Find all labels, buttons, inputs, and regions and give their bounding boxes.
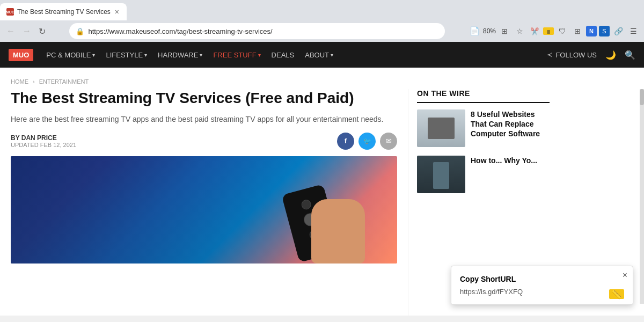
sidebar-article-2-title[interactable]: How to... Why Yo...: [471, 156, 537, 165]
refresh-button[interactable]: ↻: [36, 24, 48, 39]
breadcrumb-home[interactable]: HOME: [11, 78, 28, 85]
n-icon[interactable]: N: [586, 26, 597, 36]
nav-item-free-stuff[interactable]: FREE STUFF ▾: [213, 51, 260, 59]
twitter-share-button[interactable]: 🐦: [358, 133, 376, 150]
main-nav: PC & MOBILE ▾ LIFESTYLE ▾ HARDWARE ▾ FRE…: [46, 51, 534, 59]
site-logo[interactable]: MUO: [9, 49, 33, 61]
scrollbar-thumb: [640, 89, 644, 105]
sidebar-article-1[interactable]: 8 Useful Websites That Can Replace Compu…: [417, 109, 550, 147]
author: BY DAN PRICE: [11, 134, 76, 142]
scrollbar[interactable]: [640, 89, 644, 304]
shield-icon[interactable]: 🛡: [556, 25, 569, 38]
page-wrapper: MUO PC & MOBILE ▾ LIFESTYLE ▾ HARDWARE ▾…: [0, 42, 644, 316]
address-bar: ← → ↻ 🔒 https://www.makeuseof.com/tag/be…: [0, 20, 644, 42]
follow-us[interactable]: ≺ FOLLOW US: [547, 51, 597, 59]
sidebar-heading: ON THE WIRE: [417, 89, 550, 103]
active-tab[interactable]: MUO The Best Streaming TV Services ×: [0, 3, 127, 20]
tooltip-close-button[interactable]: ×: [623, 270, 627, 280]
extensions-icon[interactable]: ⊞: [498, 25, 511, 38]
sidebar-article-1-text: 8 Useful Websites That Can Replace Compu…: [471, 109, 550, 147]
sidebar-article-2-text: How to... Why Yo...: [471, 156, 537, 193]
facebook-share-button[interactable]: f: [337, 133, 354, 150]
breadcrumb: HOME › ENTERTAINMENT: [0, 72, 644, 89]
tooltip-url[interactable]: https://is.gd/fFYXFQ: [460, 288, 624, 296]
article-title: The Best Streaming TV Services (Free and…: [11, 89, 397, 107]
share-icon: ≺: [547, 51, 552, 58]
breadcrumb-separator: ›: [33, 78, 35, 85]
tooltip-title: Copy ShortURL: [460, 275, 624, 283]
nav-item-pc-mobile[interactable]: PC & MOBILE ▾: [46, 51, 95, 59]
tab-close-button[interactable]: ×: [114, 8, 120, 16]
search-toggle[interactable]: 🔍: [625, 50, 635, 60]
sidebar-article-1-image: [417, 109, 465, 147]
nav-item-lifestyle[interactable]: LIFESTYLE ▾: [106, 51, 147, 59]
header-right: ≺ FOLLOW US 🌙 🔍: [547, 50, 635, 60]
article-subtitle: Here are the best free streaming TV apps…: [11, 114, 397, 125]
security-icon: 🔒: [76, 27, 84, 35]
sidebar-article-2-image: [417, 156, 465, 193]
link-icon[interactable]: 🔗: [612, 25, 625, 38]
browser-window: MUO The Best Streaming TV Services × ← →…: [0, 0, 644, 42]
apps-grid-icon[interactable]: ⊞: [571, 25, 584, 38]
tab-title: The Best Streaming TV Services: [17, 8, 111, 16]
hero-image: [11, 156, 397, 264]
menu-icon[interactable]: ☰: [627, 25, 640, 38]
tooltip-popup: × Copy ShortURL https://is.gd/fFYXFQ 📏: [451, 266, 633, 305]
twitter-icon: 🐦: [363, 137, 371, 145]
tab-favicon: MUO: [6, 8, 14, 16]
social-buttons: f 🐦 ✉: [337, 133, 397, 150]
email-share-button[interactable]: ✉: [380, 133, 397, 150]
hand: [311, 199, 365, 264]
sidebar-article-1-title[interactable]: 8 Useful Websites That Can Replace Compu…: [471, 109, 550, 139]
screenshot-icon[interactable]: ✂️: [528, 25, 541, 38]
nav-item-hardware[interactable]: HARDWARE ▾: [158, 51, 202, 59]
site-header: MUO PC & MOBILE ▾ LIFESTYLE ▾ HARDWARE ▾…: [0, 42, 644, 68]
new-tab-button[interactable]: [129, 5, 144, 20]
url-text: https://www.makeuseof.com/tag/best-strea…: [89, 27, 438, 35]
forward-button[interactable]: →: [20, 24, 33, 38]
zoom-level[interactable]: 80%: [483, 25, 496, 38]
sidebar-article-2[interactable]: How to... Why Yo...: [417, 156, 550, 193]
nav-item-deals[interactable]: DEALS: [272, 51, 295, 59]
back-button[interactable]: ←: [4, 24, 17, 38]
article-area: The Best Streaming TV Services (Free and…: [0, 89, 408, 316]
updated-date: UPDATED FEB 12, 2021: [11, 142, 76, 148]
facebook-icon: f: [345, 137, 347, 145]
nav-item-about[interactable]: ABOUT ▾: [305, 51, 333, 59]
dark-mode-toggle[interactable]: 🌙: [605, 50, 616, 60]
right-toolbar: 📄 80% ⊞ ☆ ✂️ ||| 🛡 ⊞ N S 🔗 ☰: [468, 25, 640, 38]
meta-left: BY DAN PRICE UPDATED FEB 12, 2021: [11, 134, 76, 148]
bookmark-icon[interactable]: ☆: [513, 25, 526, 38]
breadcrumb-current: ENTERTAINMENT: [39, 78, 89, 85]
article-meta: BY DAN PRICE UPDATED FEB 12, 2021 f 🐦 ✉: [11, 133, 397, 150]
remote-btn-top: [301, 199, 312, 210]
toolbar-yellow-icon[interactable]: |||: [543, 27, 554, 35]
tab-bar: MUO The Best Streaming TV Services ×: [0, 0, 644, 20]
email-icon: ✉: [386, 137, 392, 145]
reader-view-icon[interactable]: 📄: [468, 25, 481, 38]
s-icon[interactable]: S: [599, 26, 610, 36]
ruler-icon: 📏: [609, 289, 624, 299]
url-bar[interactable]: 🔒 https://www.makeuseof.com/tag/best-str…: [69, 23, 445, 39]
